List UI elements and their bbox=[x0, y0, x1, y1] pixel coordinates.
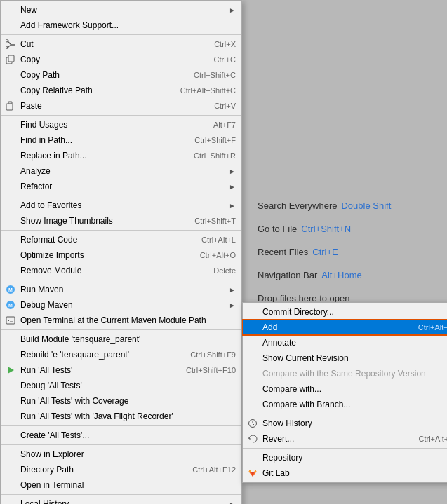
menu-item-run-maven-arrow: ► bbox=[229, 286, 236, 294]
menu-item-create-all-tests[interactable]: Create 'All Tests'... bbox=[1, 428, 241, 443]
menu-item-open-terminal-maven[interactable]: Open Terminal at the Current Maven Modul… bbox=[1, 313, 241, 328]
menu-item-run-all-tests-coverage[interactable]: Run 'All Tests' with Coverage bbox=[1, 393, 241, 409]
menu-item-copy-relative-path[interactable]: Copy Relative Path Ctrl+Alt+Shift+C bbox=[1, 83, 241, 98]
svg-text:M: M bbox=[8, 287, 13, 292]
menu-item-paste-shortcut: Ctrl+V bbox=[214, 102, 236, 110]
menu-item-find-usages[interactable]: Find Usages Alt+F7 bbox=[1, 117, 241, 132]
svg-rect-4 bbox=[6, 104, 13, 110]
submenu-item-show-history[interactable]: Show History bbox=[243, 416, 447, 431]
separator-5 bbox=[1, 280, 241, 280]
menu-item-copy-label: Copy bbox=[20, 55, 200, 64]
menu-item-run-maven[interactable]: M Run Maven ► bbox=[1, 282, 241, 297]
menu-item-debug-maven-arrow: ► bbox=[229, 301, 236, 309]
menu-item-replace-in-path-label: Replace in Path... bbox=[20, 151, 180, 161]
menu-item-run-all-tests[interactable]: Run 'All Tests' Ctrl+Shift+F10 bbox=[1, 362, 241, 378]
submenu-item-revert[interactable]: Revert... Ctrl+Alt+Z bbox=[243, 431, 447, 447]
submenu-item-commit-directory-label: Commit Directory... bbox=[262, 307, 447, 317]
menu-item-reformat-code-label: Reformat Code bbox=[20, 235, 187, 245]
separator-2 bbox=[1, 115, 241, 116]
submenu-item-compare-branch-label: Compare with Branch... bbox=[262, 400, 447, 409]
menu-item-debug-all-tests[interactable]: Debug 'All Tests' bbox=[1, 378, 241, 393]
menu-item-optimize-imports[interactable]: Optimize Imports Ctrl+Alt+O bbox=[1, 247, 241, 263]
svg-marker-12 bbox=[8, 367, 14, 374]
submenu-item-compare-branch[interactable]: Compare with Branch... bbox=[243, 397, 447, 412]
menu-item-debug-all-tests-label: Debug 'All Tests' bbox=[20, 381, 236, 390]
menu-item-add-to-favorites-arrow: ► bbox=[229, 202, 236, 210]
separator-7 bbox=[1, 425, 241, 426]
submenu-item-add[interactable]: Add Ctrl+Alt+A bbox=[243, 320, 447, 335]
separator-1 bbox=[1, 34, 241, 35]
menu-item-cut[interactable]: Cut Ctrl+X bbox=[1, 36, 241, 52]
menu-item-debug-maven[interactable]: M Debug Maven ► bbox=[1, 297, 241, 313]
submenu-item-compare-with[interactable]: Compare with... bbox=[243, 381, 447, 397]
submenu-item-show-current-revision[interactable]: Show Current Revision bbox=[243, 350, 447, 366]
submenu-item-gitlab[interactable]: Git Lab ► bbox=[243, 465, 447, 481]
submenu-item-compare-same-repo-label: Compare with the Same Repository Version bbox=[262, 369, 447, 379]
menu-item-find-in-path-label: Find in Path... bbox=[20, 135, 180, 145]
menu-item-find-in-path[interactable]: Find in Path... Ctrl+Shift+F bbox=[1, 132, 241, 148]
recent-files-hint: Recent Files Ctrl+E bbox=[258, 247, 338, 257]
menu-item-show-in-explorer[interactable]: Show in Explorer bbox=[1, 447, 241, 462]
go-to-file-hint: Go to File Ctrl+Shift+N bbox=[258, 224, 351, 234]
menu-item-refactor-label: Refactor bbox=[20, 182, 223, 191]
menu-item-show-in-explorer-label: Show in Explorer bbox=[20, 449, 236, 459]
menu-item-copy[interactable]: Copy Ctrl+C bbox=[1, 52, 241, 67]
menu-item-refactor-arrow: ► bbox=[229, 183, 236, 191]
menu-item-add-to-favorites-label: Add to Favorites bbox=[20, 200, 223, 210]
menu-item-directory-path-shortcut: Ctrl+Alt+F12 bbox=[192, 465, 236, 474]
menu-item-reformat-code[interactable]: Reformat Code Ctrl+Alt+L bbox=[1, 232, 241, 247]
menu-item-copy-relative-path-label: Copy Relative Path bbox=[20, 86, 166, 95]
menu-item-remove-module-label: Remove Module bbox=[20, 266, 199, 275]
separator-9 bbox=[1, 494, 241, 495]
menu-item-open-in-terminal-label: Open in Terminal bbox=[20, 480, 236, 490]
paste-icon bbox=[5, 100, 16, 111]
revert-icon bbox=[247, 433, 258, 444]
menu-item-optimize-imports-shortcut: Ctrl+Alt+O bbox=[200, 251, 236, 259]
go-to-file-label: Go to File bbox=[258, 224, 297, 234]
copy-icon bbox=[5, 54, 16, 65]
menu-item-show-image-thumbnails-label: Show Image Thumbnails bbox=[20, 216, 180, 226]
terminal-maven-icon bbox=[5, 315, 16, 326]
menu-item-new[interactable]: New ► bbox=[1, 2, 241, 18]
menu-item-open-in-terminal[interactable]: Open in Terminal bbox=[1, 477, 241, 493]
submenu-item-commit-directory[interactable]: Commit Directory... bbox=[243, 304, 447, 320]
menu-item-run-all-tests-jfr-label: Run 'All Tests' with 'Java Flight Record… bbox=[20, 411, 236, 421]
menu-item-remove-module-shortcut: Delete bbox=[213, 266, 236, 275]
menu-item-local-history[interactable]: Local History ► bbox=[1, 496, 241, 504]
menu-item-directory-path[interactable]: Directory Path Ctrl+Alt+F12 bbox=[1, 462, 241, 477]
menu-item-paste[interactable]: Paste Ctrl+V bbox=[1, 98, 241, 114]
menu-item-remove-module[interactable]: Remove Module Delete bbox=[1, 263, 241, 278]
menu-item-cut-shortcut: Ctrl+X bbox=[214, 40, 236, 48]
menu-item-rebuild[interactable]: Rebuild 'e 'tensquare_parent' Ctrl+Shift… bbox=[1, 347, 241, 362]
search-everywhere-hint: Search Everywhere Double Shift bbox=[258, 200, 391, 211]
submenu-item-add-label: Add bbox=[262, 322, 404, 332]
menu-item-directory-path-label: Directory Path bbox=[20, 465, 178, 475]
menu-item-add-to-favorites[interactable]: Add to Favorites ► bbox=[1, 198, 241, 213]
submenu-item-annotate[interactable]: Annotate bbox=[243, 335, 447, 350]
submenu-item-repository[interactable]: Repository ► bbox=[243, 450, 447, 465]
separator-8 bbox=[1, 444, 241, 445]
menu-item-analyze[interactable]: Analyze ► bbox=[1, 163, 241, 179]
menu-item-build-module[interactable]: Build Module 'tensquare_parent' bbox=[1, 332, 241, 347]
search-everywhere-shortcut: Double Shift bbox=[341, 200, 391, 211]
menu-item-copy-path[interactable]: Copy Path Ctrl+Shift+C bbox=[1, 67, 241, 83]
menu-item-replace-in-path[interactable]: Replace in Path... Ctrl+Shift+R bbox=[1, 148, 241, 163]
menu-item-debug-maven-label: Debug Maven bbox=[20, 300, 223, 310]
menu-item-refactor[interactable]: Refactor ► bbox=[1, 179, 241, 194]
history-icon bbox=[247, 418, 258, 429]
menu-item-analyze-label: Analyze bbox=[20, 166, 223, 176]
submenu-item-compare-with-label: Compare with... bbox=[262, 384, 447, 394]
menu-item-cut-label: Cut bbox=[20, 39, 200, 49]
menu-item-run-all-tests-jfr[interactable]: Run 'All Tests' with 'Java Flight Record… bbox=[1, 409, 241, 424]
maven-icon: M bbox=[5, 284, 16, 295]
submenu-item-annotate-label: Annotate bbox=[262, 338, 447, 348]
menu-item-local-history-label: Local History bbox=[20, 499, 223, 504]
menu-item-add-framework[interactable]: Add Framework Support... bbox=[1, 18, 241, 33]
menu-item-copy-path-shortcut: Ctrl+Shift+C bbox=[194, 71, 236, 79]
menu-item-find-usages-label: Find Usages bbox=[20, 120, 199, 130]
separator-4 bbox=[1, 230, 241, 231]
menu-item-optimize-imports-label: Optimize Imports bbox=[20, 250, 186, 260]
menu-item-run-all-tests-label: Run 'All Tests' bbox=[20, 365, 172, 375]
menu-item-run-maven-label: Run Maven bbox=[20, 285, 223, 294]
menu-item-show-image-thumbnails[interactable]: Show Image Thumbnails Ctrl+Shift+T bbox=[1, 213, 241, 229]
